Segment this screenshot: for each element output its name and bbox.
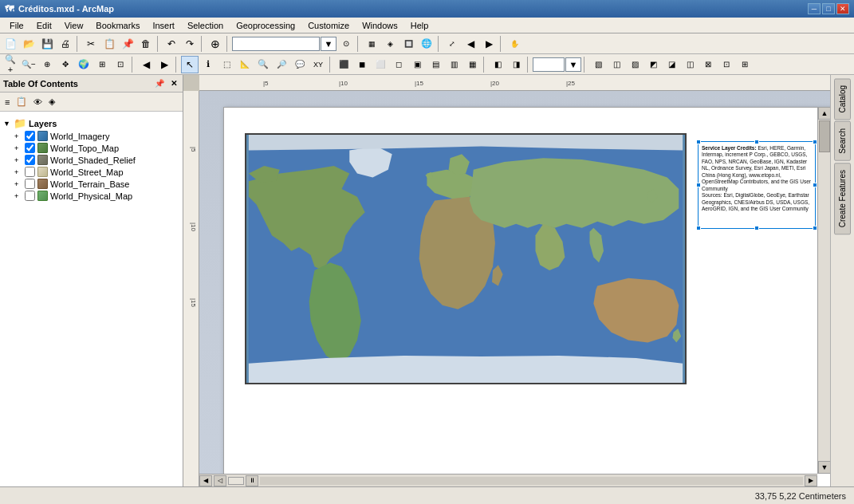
- catalog-tab[interactable]: Catalog: [834, 78, 851, 120]
- edit-btn2[interactable]: ◨: [507, 56, 525, 73]
- editor-btn3[interactable]: ⬜: [372, 56, 389, 73]
- layer-item-shaded[interactable]: + World_Shaded_Relief: [3, 154, 179, 166]
- zoom-out-btn[interactable]: 🔍−: [20, 56, 37, 73]
- create-viewer-btn[interactable]: 🔲: [399, 35, 417, 53]
- editor-btn1[interactable]: ⬛: [335, 56, 352, 73]
- scale-input[interactable]: 1:118.000.000: [232, 37, 320, 51]
- layout-btn2[interactable]: ◫: [608, 56, 625, 73]
- arcgis-online-btn[interactable]: 🌐: [418, 35, 435, 53]
- toc-close-button[interactable]: ✕: [168, 78, 179, 89]
- scale-dropdown[interactable]: ▼: [321, 37, 336, 51]
- layout-btn5[interactable]: ◪: [663, 56, 680, 73]
- zoom-pct-dropdown[interactable]: ▼: [565, 57, 581, 72]
- menu-customize[interactable]: Customize: [301, 19, 356, 32]
- menu-bookmarks[interactable]: Bookmarks: [89, 19, 146, 32]
- fixed-zoom-in-btn[interactable]: ⊕: [38, 56, 56, 73]
- info-btn[interactable]: ℹ: [199, 56, 217, 73]
- layout-btn3[interactable]: ▨: [626, 56, 643, 73]
- layout-btn4[interactable]: ◩: [644, 56, 662, 73]
- credits-text-box[interactable]: Service Layer Credits: Esri, HERE, Garmi…: [698, 141, 816, 229]
- editor-btn4[interactable]: ◻: [390, 56, 407, 73]
- menu-view[interactable]: View: [58, 19, 90, 32]
- fullextent-btn[interactable]: ⤢: [443, 35, 461, 53]
- restore-button[interactable]: □: [822, 3, 835, 14]
- imagery-expand-icon[interactable]: +: [14, 132, 22, 140]
- find-btn[interactable]: 🔍: [254, 56, 272, 73]
- layout-btn8[interactable]: ⊡: [718, 56, 735, 73]
- select-elements-btn[interactable]: ◈: [381, 35, 399, 53]
- vscroll-down-button[interactable]: ▼: [818, 461, 830, 474]
- layout-btn1[interactable]: ▧: [589, 56, 607, 73]
- copy-button[interactable]: 📋: [100, 35, 118, 53]
- street-expand-icon[interactable]: +: [14, 168, 22, 176]
- cut-button[interactable]: ✂: [82, 35, 100, 53]
- open-button[interactable]: 📂: [20, 35, 37, 53]
- handle-ml[interactable]: [696, 183, 701, 187]
- pan-tool-btn[interactable]: ✥: [57, 56, 74, 73]
- editor-btn2[interactable]: ◼: [353, 56, 371, 73]
- layer-item-imagery[interactable]: + World_Imagery: [3, 130, 179, 142]
- identify-btn[interactable]: 🔎: [273, 56, 290, 73]
- globe-btn[interactable]: 🌍: [75, 56, 92, 73]
- panning-btn[interactable]: ✋: [506, 35, 523, 53]
- nextextent-btn[interactable]: ▶: [480, 35, 498, 53]
- vscroll[interactable]: ▲ ▼: [817, 107, 830, 474]
- map-frame[interactable]: [245, 133, 687, 384]
- xy-btn[interactable]: XY: [309, 56, 327, 73]
- select-btn[interactable]: ⊡: [112, 56, 129, 73]
- layer-item-terrain[interactable]: + World_Terrain_Base: [3, 178, 179, 190]
- back-btn[interactable]: ◀: [137, 56, 155, 73]
- topo-expand-icon[interactable]: +: [14, 144, 22, 152]
- layer-group-header[interactable]: ▼ 📁 Layers: [3, 116, 179, 130]
- hscroll-thumb[interactable]: [228, 477, 244, 485]
- pause-button[interactable]: ⏸: [246, 475, 258, 486]
- handle-tl[interactable]: [696, 140, 701, 144]
- layer-item-street[interactable]: + World_Street_Map: [3, 166, 179, 178]
- shaded-checkbox[interactable]: [25, 155, 35, 165]
- menu-insert[interactable]: Insert: [146, 19, 181, 32]
- hscroll-right-button[interactable]: ▶: [805, 475, 817, 486]
- minimize-button[interactable]: ─: [808, 3, 821, 14]
- editor-btn7[interactable]: ▥: [445, 56, 462, 73]
- measure-btn[interactable]: 📐: [236, 56, 254, 73]
- search-tab[interactable]: Search: [834, 121, 851, 161]
- map-canvas[interactable]: Service Layer Credits: Esri, HERE, Garmi…: [199, 91, 830, 486]
- hscroll-left-button[interactable]: ◀: [199, 475, 212, 486]
- vscroll-up-button[interactable]: ▲: [818, 107, 830, 120]
- undo-button[interactable]: ↶: [163, 35, 180, 53]
- toc-pin-button[interactable]: 📌: [152, 78, 167, 89]
- layout-btn7[interactable]: ⊠: [699, 56, 717, 73]
- map-area[interactable]: |5 |10 |15 |20 |25 |5 |10 |15: [183, 75, 830, 486]
- imagery-checkbox[interactable]: [25, 131, 35, 141]
- layer-item-topo[interactable]: + World_Topo_Map: [3, 142, 179, 154]
- html-popup-btn[interactable]: 💬: [291, 56, 309, 73]
- menu-selection[interactable]: Selection: [181, 19, 230, 32]
- print-button[interactable]: 🖨: [57, 35, 74, 53]
- bottom-scrollbar[interactable]: ◀ ◁ ⏸ ▶: [199, 474, 817, 486]
- edit-btn1[interactable]: ◧: [489, 56, 506, 73]
- toc-visibility-btn[interactable]: 👁: [30, 96, 45, 108]
- editor-toolbar-btn[interactable]: ▦: [363, 35, 380, 53]
- layout-btn6[interactable]: ◫: [681, 56, 699, 73]
- handle-bm[interactable]: [754, 226, 759, 230]
- prevextent-btn[interactable]: ◀: [462, 35, 479, 53]
- layer-item-physical[interactable]: + World_Physical_Map: [3, 190, 179, 202]
- close-button[interactable]: ✕: [836, 3, 849, 14]
- zoom-percent-input[interactable]: 49%: [533, 57, 565, 72]
- editor-btn6[interactable]: ▤: [427, 56, 444, 73]
- full-ext-btn2[interactable]: ⊞: [93, 56, 111, 73]
- paste-button[interactable]: 📌: [119, 35, 136, 53]
- editor-btn8[interactable]: ▦: [463, 56, 481, 73]
- group-expand-icon[interactable]: ▼: [3, 120, 11, 128]
- delete-button[interactable]: 🗑: [137, 35, 155, 53]
- zoom-in-btn[interactable]: 🔍+: [2, 56, 19, 73]
- save-button[interactable]: 💾: [38, 35, 56, 53]
- hscroll-track[interactable]: [260, 477, 803, 485]
- menu-help[interactable]: Help: [404, 19, 435, 32]
- create-features-tab[interactable]: Create Features: [834, 163, 851, 234]
- redo-button[interactable]: ↷: [181, 35, 199, 53]
- menu-windows[interactable]: Windows: [356, 19, 404, 32]
- cursor-btn[interactable]: ↖: [181, 56, 199, 73]
- menu-geoprocessing[interactable]: Geoprocessing: [230, 19, 301, 32]
- toc-source-btn[interactable]: 📋: [13, 95, 30, 108]
